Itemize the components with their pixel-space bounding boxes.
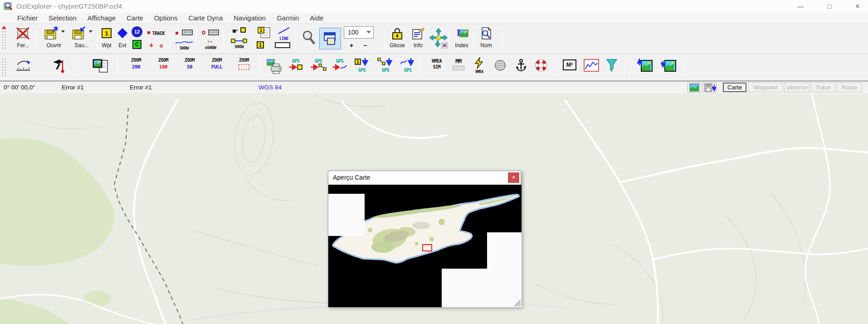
lifebuoy-icon — [535, 59, 547, 72]
zoom-full-button[interactable]: ZOOM FULL — [207, 54, 227, 81]
toolbar-separator — [97, 27, 98, 50]
map-scale-tool-button[interactable] — [14, 54, 34, 81]
close-button[interactable]: × — [847, 0, 868, 13]
zoom-tool-button[interactable] — [299, 24, 317, 54]
show-track-button[interactable]: SHOW — [173, 24, 195, 54]
minimize-button[interactable]: — — [790, 0, 811, 13]
hand-waypoint-icon: ☛ — [227, 27, 251, 35]
map-view-button[interactable] — [90, 54, 111, 81]
load-next-map-button[interactable] — [658, 54, 679, 81]
track-control-stack: TRACK + o — [144, 24, 168, 54]
menu-affichage[interactable]: Affichage — [82, 13, 121, 24]
move-waypoint-button[interactable]: ☛ SHOW — [227, 24, 251, 54]
menu-carte-dyna[interactable]: Carte Dyna — [183, 13, 228, 24]
map-info-button[interactable]: Info — [409, 24, 427, 54]
filter-track-button[interactable] — [602, 54, 621, 81]
track-line-button[interactable]: LINE — [275, 26, 293, 41]
view-waypoint-button[interactable]: Waypoint — [748, 83, 783, 92]
wp-comment-button[interactable]: C — [132, 40, 141, 49]
zoom-window-button[interactable]: ZOOM — [234, 54, 254, 81]
toolbar-separator — [118, 57, 118, 77]
disk-down-icon — [703, 83, 716, 92]
view-route-button[interactable]: Route — [837, 83, 862, 92]
track-point-buttons[interactable]: + o — [144, 41, 168, 50]
altitude-profile-button[interactable] — [581, 54, 601, 81]
zoom-50-button[interactable]: ZOOM 50 — [180, 54, 200, 81]
mini-map-icon — [688, 83, 701, 92]
get-waypoints-from-gps-button[interactable]: 1 GPS — [352, 54, 372, 81]
drag-map-active-state — [319, 28, 341, 49]
nmea-simulator-button[interactable]: NMEA SIM — [426, 54, 447, 81]
close-map-button[interactable]: Fer... — [13, 24, 34, 54]
menu-options[interactable]: Options — [149, 13, 183, 24]
save-position-button[interactable] — [703, 83, 717, 93]
view-trace-button[interactable]: Trace — [811, 83, 835, 92]
nmea-connection-button[interactable]: NMEA — [470, 54, 489, 81]
wp-one-button[interactable]: 1 — [257, 41, 264, 49]
drag-map-tool-button[interactable] — [319, 24, 341, 54]
projection-button[interactable] — [491, 54, 510, 81]
save-dropdown-arrow[interactable] — [89, 30, 93, 33]
red-arrow-track-icon — [332, 64, 347, 71]
menu-garmin[interactable]: Garmin — [271, 13, 304, 24]
zoom-out-button[interactable]: − — [360, 42, 370, 50]
menu-fichier[interactable]: Fichier — [12, 13, 43, 24]
waypoint-down-arrow-icon: 1 — [354, 58, 370, 66]
show-track-icon — [173, 28, 195, 36]
apercu-title-bar[interactable]: Aperçu Carte × — [328, 171, 521, 185]
title-bar[interactable]: OziExplorer - chypreGT250BP.ozf4 — □ × — [0, 0, 868, 13]
zoom-level-combo[interactable]: 100 — [344, 26, 374, 39]
view-carte-button[interactable]: Carte — [723, 83, 746, 92]
zoom-100-button[interactable]: ZOOM 100 — [153, 54, 173, 81]
apercu-close-button[interactable]: × — [508, 172, 519, 183]
zoom-200-button[interactable]: ZOOM 200 — [126, 54, 146, 81]
waypoint-list-button[interactable]: 1 — [256, 26, 273, 41]
plot-tool-button[interactable] — [50, 54, 70, 81]
wp-number-button[interactable]: 12 — [132, 26, 142, 37]
toolbar-drag-handle[interactable] — [1, 30, 7, 49]
close-map-icon — [16, 27, 30, 40]
zoom-in-button[interactable]: + — [346, 42, 356, 50]
open-disk-icon — [44, 26, 60, 40]
drag-lock-button[interactable]: Glisse — [387, 24, 407, 54]
man-overboard-button[interactable] — [532, 54, 551, 81]
toolbar-separator — [420, 57, 420, 77]
moving-map-button[interactable]: MM — [449, 54, 468, 81]
menu-selection[interactable]: Selection — [43, 13, 82, 24]
save-disk-icon — [71, 26, 88, 40]
view-evenement-button[interactable]: vèneme — [784, 83, 809, 92]
get-route-from-gps-button[interactable]: GPS — [375, 54, 395, 81]
lightning-icon — [473, 57, 485, 69]
map-index-button[interactable]: I Index — [451, 24, 473, 54]
print-map-button[interactable] — [265, 54, 283, 81]
map-page-icon — [91, 58, 109, 75]
send-track-to-gps-button[interactable]: GPS — [330, 54, 349, 81]
apercu-carte-window[interactable]: Aperçu Carte × — [328, 171, 521, 307]
distance-box-button[interactable] — [275, 42, 290, 48]
save-map-button[interactable]: Sau... — [69, 24, 94, 54]
pan-arrows-control[interactable] — [429, 24, 448, 54]
get-track-from-gps-button[interactable]: GPS — [398, 54, 417, 81]
menu-carte[interactable]: Carte — [121, 13, 149, 24]
find-map-by-name-button[interactable]: Nom — [475, 24, 497, 54]
send-route-to-gps-button[interactable]: GPS — [308, 54, 328, 81]
toolbar-separator — [253, 27, 254, 50]
map-image-button[interactable] — [688, 83, 701, 93]
apercu-map-content[interactable] — [328, 185, 522, 307]
map-datum: WGS 84 — [258, 84, 282, 91]
track-button[interactable]: TRACK — [144, 29, 168, 37]
toolbar-drag-handle[interactable] — [1, 58, 7, 77]
padlock-icon — [391, 27, 404, 40]
menu-navigation[interactable]: Navigation — [228, 13, 271, 24]
waypoint-button[interactable]: 1 Wpt — [99, 24, 114, 54]
anchor-alarm-button[interactable] — [512, 54, 531, 81]
show-waypoints-button[interactable]: °° oSHOW — [199, 24, 222, 54]
event-button[interactable]: Evt — [115, 24, 130, 54]
send-waypoints-to-gps-button[interactable]: GPS — [286, 54, 306, 81]
area-measure-button[interactable]: M² — [560, 54, 580, 81]
load-previous-map-button[interactable] — [635, 54, 656, 81]
menu-aide[interactable]: Aide — [304, 13, 329, 24]
open-dropdown-arrow[interactable] — [61, 30, 65, 33]
open-map-button[interactable]: Ouvrir — [41, 24, 67, 54]
maximize-button[interactable]: □ — [819, 0, 840, 13]
